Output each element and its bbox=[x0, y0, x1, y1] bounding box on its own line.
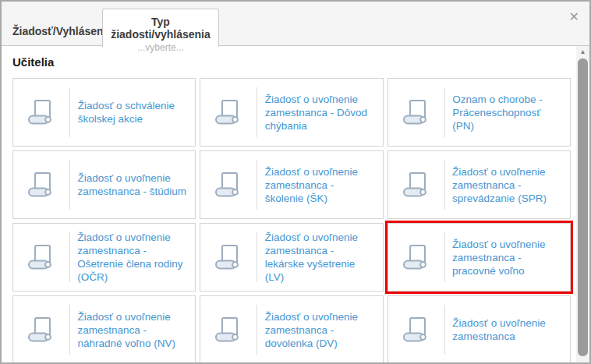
request-type-link[interactable]: Žiadosť o schválenie školskej akcie bbox=[70, 99, 196, 125]
request-type-dialog: Žiadosť/Vyhlásenie Typ žiadosti/vyhlásen… bbox=[0, 0, 591, 364]
card-ocr[interactable]: Žiadosť o uvoľnenie zamestnanca - Ošetre… bbox=[12, 223, 196, 292]
scroll-document-icon bbox=[388, 99, 444, 125]
tab-ziadost-vyhlasenie[interactable]: Žiadosť/Vyhlásenie bbox=[12, 25, 112, 37]
request-type-link[interactable]: Žiadosť o uvoľnenie zamestnanca - štúdiu… bbox=[70, 171, 196, 198]
scrollbar-thumb[interactable] bbox=[578, 58, 588, 356]
scroll-document-icon bbox=[13, 316, 69, 343]
card-sprevadzanie-spr[interactable]: Žiadosť o uvoľnenie zamestnanca - sprevá… bbox=[388, 150, 571, 219]
tab-bar: Žiadosť/Vyhlásenie Typ žiadosti/vyhlásen… bbox=[2, 2, 589, 46]
tab-title: Typ žiadosti/vyhlásenia bbox=[103, 16, 218, 41]
request-type-link[interactable]: Žiadosť o uvoľnenie zamestnanca bbox=[444, 316, 570, 343]
tab-subtitle: ...vyberte... bbox=[103, 42, 218, 53]
scroll-up-arrow-icon[interactable]: ▲ bbox=[576, 48, 589, 55]
card-schvalenie-skolskej-akcie[interactable]: Žiadosť o schválenie školskej akcie bbox=[12, 78, 196, 147]
request-type-link[interactable]: Žiadosť o uvoľnenie zamestnanca - náhrad… bbox=[69, 310, 195, 350]
vertical-scrollbar[interactable]: ▲ bbox=[576, 46, 589, 362]
request-type-link[interactable]: Žiadosť o uvoľnenie zamestnanca - Ošetre… bbox=[69, 231, 195, 284]
scroll-document-icon bbox=[200, 244, 257, 270]
close-icon[interactable]: ✕ bbox=[569, 11, 579, 23]
card-nahradne-volno-nv[interactable]: Žiadosť o uvoľnenie zamestnanca - náhrad… bbox=[12, 295, 196, 364]
card-dovolenka-dv[interactable]: Žiadosť o uvoľnenie zamestnanca - dovole… bbox=[200, 295, 383, 364]
dialog-content: Učitelia Žiadosť o schválenie školskej a… bbox=[2, 46, 589, 362]
request-type-link[interactable]: Žiadosť o uvoľnenie zamestnanca - dovole… bbox=[257, 310, 383, 350]
scroll-document-icon bbox=[388, 171, 444, 198]
request-type-link[interactable]: Žiadosť o uvoľnenie zamestnanca - pracov… bbox=[444, 238, 570, 277]
card-dovod-chybania[interactable]: Žiadosť o uvoľnenie zamestnanca - Dôvod … bbox=[200, 78, 383, 147]
scroll-document-icon bbox=[13, 171, 69, 198]
scroll-document-icon bbox=[13, 244, 69, 270]
scroll-document-icon bbox=[13, 99, 69, 125]
card-uvolnenie-zamestnanca[interactable]: Žiadosť o uvoľnenie zamestnanca bbox=[388, 295, 571, 364]
tab-typ-ziadosti[interactable]: Typ žiadosti/vyhlásenia ...vyberte... bbox=[102, 9, 219, 47]
section-title: Učitelia bbox=[12, 55, 571, 69]
scroll-document-icon bbox=[388, 244, 444, 270]
scroll-document-icon bbox=[388, 316, 444, 343]
scroll-document-icon bbox=[200, 99, 257, 125]
request-type-link[interactable]: Žiadosť o uvoľnenie zamestnanca - školen… bbox=[257, 165, 383, 205]
scroll-document-icon bbox=[200, 316, 257, 343]
request-type-link[interactable]: Oznam o chorobe - Práceneschopnosť (PN) bbox=[444, 93, 570, 133]
card-pracovne-volno[interactable]: Žiadosť o uvoľnenie zamestnanca - pracov… bbox=[388, 223, 571, 292]
card-studium[interactable]: Žiadosť o uvoľnenie zamestnanca - štúdiu… bbox=[12, 150, 196, 219]
card-skolenie-sk[interactable]: Žiadosť o uvoľnenie zamestnanca - školen… bbox=[200, 150, 383, 219]
card-lekarske-vysetrenie-lv[interactable]: Žiadosť o uvoľnenie zamestnanca - lekárs… bbox=[200, 223, 383, 292]
request-type-link[interactable]: Žiadosť o uvoľnenie zamestnanca - sprevá… bbox=[444, 165, 570, 205]
scroll-document-icon bbox=[200, 171, 257, 198]
request-type-link[interactable]: Žiadosť o uvoľnenie zamestnanca - lekárs… bbox=[257, 231, 383, 284]
request-type-link[interactable]: Žiadosť o uvoľnenie zamestnanca - Dôvod … bbox=[257, 93, 383, 133]
card-praceneschopnost-pn[interactable]: Oznam o chorobe - Práceneschopnosť (PN) bbox=[388, 78, 571, 147]
request-type-grid: Žiadosť o schválenie školskej akcie Žiad… bbox=[12, 78, 571, 364]
